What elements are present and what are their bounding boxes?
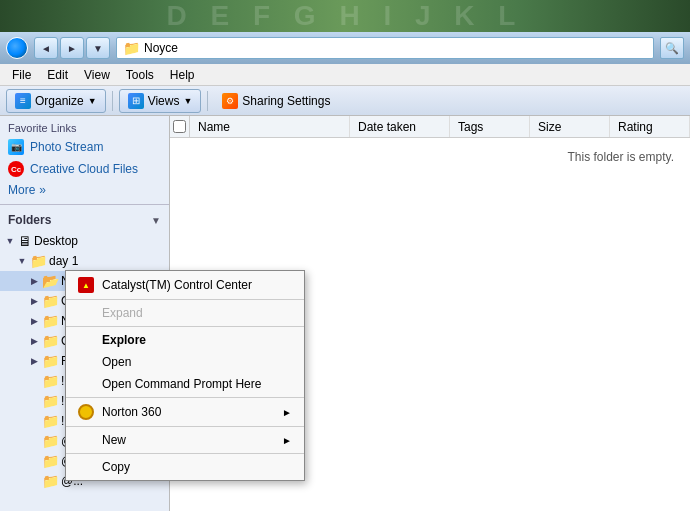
views-button[interactable]: ⊞ Views ▼ — [119, 89, 202, 113]
content-header: Name Date taken Tags Size Rating — [170, 116, 690, 138]
forward-button[interactable]: ► — [60, 37, 84, 59]
windows-logo — [6, 37, 28, 59]
toolbar-sep-2 — [207, 91, 208, 111]
ctx-sep-3 — [66, 397, 304, 398]
menu-edit[interactable]: Edit — [39, 66, 76, 84]
more-label: More — [8, 183, 35, 197]
empty-message: This folder is empty. — [568, 150, 674, 164]
ctx-sep-1 — [66, 299, 304, 300]
creative-cloud-label: Creative Cloud Files — [30, 162, 138, 176]
toolbar-sep-1 — [112, 91, 113, 111]
ctx-new-label: New — [102, 433, 126, 447]
background-strip: D E F G H I J K L — [0, 0, 690, 32]
ctx-sep-2 — [66, 326, 304, 327]
ctx-open[interactable]: Open — [66, 351, 304, 373]
folders-header[interactable]: Folders ▼ — [0, 209, 169, 231]
creative-cloud-link[interactable]: Cc Creative Cloud Files — [0, 158, 169, 180]
ctx-sep-5 — [66, 453, 304, 454]
organize-button[interactable]: ≡ Organize ▼ — [6, 89, 106, 113]
photo-stream-label: Photo Stream — [30, 140, 103, 154]
title-bar: ◄ ► ▼ 📁 Noyce 🔍 — [0, 32, 690, 64]
sharing-icon: ⚙ — [222, 93, 238, 109]
ctx-new-arrow: ► — [282, 435, 292, 446]
menu-view[interactable]: View — [76, 66, 118, 84]
more-link[interactable]: More » — [0, 180, 169, 200]
sidebar-divider — [0, 204, 169, 205]
ctx-norton-arrow: ► — [282, 407, 292, 418]
address-bar[interactable]: 📁 Noyce — [116, 37, 654, 59]
ctx-catalyst-label: Catalyst(TM) Control Center — [102, 278, 252, 292]
ctx-expand-label: Expand — [102, 306, 143, 320]
sharing-button[interactable]: ⚙ Sharing Settings — [214, 89, 338, 113]
back-button[interactable]: ◄ — [34, 37, 58, 59]
menu-tools[interactable]: Tools — [118, 66, 162, 84]
ctx-expand: Expand — [66, 302, 304, 324]
ctx-cmd-label: Open Command Prompt Here — [102, 377, 261, 391]
ctx-cmd-prompt[interactable]: Open Command Prompt Here — [66, 373, 304, 395]
catalyst-icon: ▲ — [78, 277, 94, 293]
ctx-open-label: Open — [102, 355, 131, 369]
ctx-sep-4 — [66, 426, 304, 427]
search-button[interactable]: 🔍 — [660, 37, 684, 59]
views-icon: ⊞ — [128, 93, 144, 109]
nav-buttons: ◄ ► ▼ — [34, 37, 110, 59]
ctx-explore[interactable]: Explore — [66, 329, 304, 351]
folders-chevron: ▼ — [151, 215, 161, 226]
ctx-copy-label: Copy — [102, 460, 130, 474]
ctx-norton[interactable]: Norton 360 ► — [66, 400, 304, 424]
ctx-new[interactable]: New ► — [66, 429, 304, 451]
ctx-explore-label: Explore — [102, 333, 146, 347]
photo-stream-link[interactable]: 📷 Photo Stream — [0, 136, 169, 158]
toolbar: ≡ Organize ▼ ⊞ Views ▼ ⚙ Sharing Setting… — [0, 86, 690, 116]
dropdown-button[interactable]: ▼ — [86, 37, 110, 59]
ctx-copy[interactable]: Copy — [66, 456, 304, 478]
col-size[interactable]: Size — [530, 116, 610, 137]
tree-item-desktop[interactable]: ▼ 🖥 Desktop — [0, 231, 169, 251]
creative-cloud-icon: Cc — [8, 161, 24, 177]
norton-icon — [78, 404, 94, 420]
favorite-links-header: Favorite Links — [0, 116, 169, 136]
checkbox-col — [170, 116, 190, 137]
menu-file[interactable]: File — [4, 66, 39, 84]
context-menu: ▲ Catalyst(TM) Control Center Expand Exp… — [65, 270, 305, 481]
col-name[interactable]: Name — [190, 116, 350, 137]
folder-icon: 📁 — [123, 40, 140, 56]
tree-item-day1[interactable]: ▼ 📁 day 1 — [0, 251, 169, 271]
col-rating[interactable]: Rating — [610, 116, 690, 137]
photo-stream-icon: 📷 — [8, 139, 24, 155]
col-tags[interactable]: Tags — [450, 116, 530, 137]
organize-icon: ≡ — [15, 93, 31, 109]
col-date-taken[interactable]: Date taken — [350, 116, 450, 137]
address-text: Noyce — [144, 41, 178, 55]
menu-bar: File Edit View Tools Help — [0, 64, 690, 86]
folders-label: Folders — [8, 213, 51, 227]
ctx-catalyst[interactable]: ▲ Catalyst(TM) Control Center — [66, 273, 304, 297]
more-arrows: » — [39, 183, 46, 197]
ctx-norton-label: Norton 360 — [102, 405, 161, 419]
menu-help[interactable]: Help — [162, 66, 203, 84]
select-all-checkbox[interactable] — [173, 120, 186, 133]
